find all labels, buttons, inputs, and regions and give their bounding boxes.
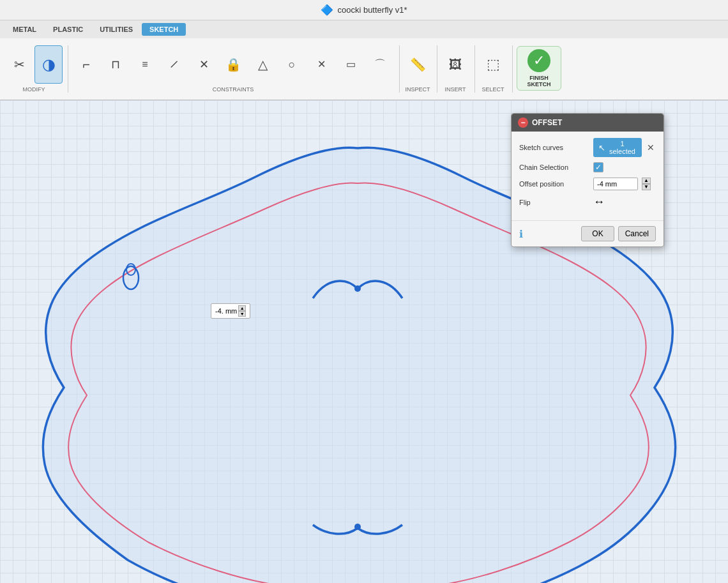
finish-sketch-button[interactable]: ✓ FINISH SKETCH bbox=[517, 46, 561, 91]
svg-point-1 bbox=[354, 524, 361, 530]
finish-sketch-label: FINISH SKETCH bbox=[517, 75, 561, 87]
constraints-label: CONSTRAINTS bbox=[213, 85, 254, 93]
selected-count: 1 selected bbox=[608, 140, 637, 155]
cross-icon: ✕ bbox=[317, 59, 326, 70]
dialog-minimize-button[interactable]: − bbox=[518, 117, 528, 128]
select-label: SELECT bbox=[482, 85, 504, 93]
triangle-icon: △ bbox=[258, 58, 268, 71]
coincident-icon: ✕ bbox=[199, 59, 209, 70]
footer-buttons: OK Cancel bbox=[581, 226, 656, 241]
offset-dialog: − OFFSET Sketch curves ↖ 1 selected ✕ Ch… bbox=[511, 113, 664, 247]
toolbar: METAL PLASTIC UTILITIES SKETCH ✂ ◑ MODIF… bbox=[0, 20, 728, 100]
collinear-icon: / bbox=[170, 59, 178, 70]
ok-button[interactable]: OK bbox=[581, 226, 614, 241]
image-icon: 🖼 bbox=[449, 58, 462, 71]
title-bar: 🔷 coocki butterfly v1* bbox=[0, 0, 728, 20]
perpendicular-tool[interactable]: ⌐ bbox=[72, 45, 100, 84]
chain-selection-row: Chain Selection ✓ bbox=[519, 162, 656, 172]
circle-icon: ○ bbox=[289, 59, 296, 70]
offset-position-input[interactable]: -4 mm bbox=[593, 178, 638, 190]
curve-icon: ⌒ bbox=[374, 59, 386, 70]
equal-icon: ≡ bbox=[142, 59, 148, 70]
dialog-body: Sketch curves ↖ 1 selected ✕ Chain Selec… bbox=[512, 132, 664, 220]
measure-icon: 📏 bbox=[410, 58, 426, 71]
tab-sketch[interactable]: SKETCH bbox=[142, 23, 186, 36]
select-icon: ⬚ bbox=[487, 57, 500, 72]
dimension-value: -4. mm bbox=[215, 307, 237, 315]
dialog-footer: ℹ OK Cancel bbox=[512, 220, 664, 246]
dimension-spinner[interactable]: ▲ ▼ bbox=[238, 305, 246, 317]
modify-label: MODIFY bbox=[23, 85, 45, 93]
clear-selection-button[interactable]: ✕ bbox=[646, 142, 656, 153]
chain-selection-label: Chain Selection bbox=[519, 163, 589, 171]
flip-row: Flip ↔ bbox=[519, 195, 656, 209]
sketch-curves-label: Sketch curves bbox=[519, 144, 589, 151]
info-icon: ℹ bbox=[519, 228, 523, 240]
select-tool[interactable]: ⬚ bbox=[479, 45, 507, 84]
select-group: ⬚ SELECT bbox=[479, 45, 513, 93]
cross-tool[interactable]: ✕ bbox=[307, 45, 335, 84]
modify-group: ✂ ◑ MODIFY bbox=[5, 45, 68, 93]
line-tool[interactable]: ⊓ bbox=[102, 45, 130, 84]
offset-spin-down[interactable]: ▼ bbox=[642, 184, 651, 190]
measure-tool[interactable]: 📏 bbox=[404, 45, 432, 84]
scissors-icon: ✂ bbox=[14, 58, 25, 71]
curve-tool[interactable]: ⌒ bbox=[366, 45, 394, 84]
rect-icon: ▭ bbox=[346, 59, 356, 70]
insert-group: 🖼 INSERT bbox=[441, 45, 475, 93]
canvas-area[interactable]: -4. mm ▲ ▼ − OFFSET Sketch curves ↖ 1 se… bbox=[0, 100, 728, 583]
offset-position-row: Offset position -4 mm ▲ ▼ bbox=[519, 178, 656, 190]
dialog-header: − OFFSET bbox=[512, 114, 664, 132]
svg-point-0 bbox=[354, 285, 361, 292]
cancel-button[interactable]: Cancel bbox=[618, 226, 656, 241]
finish-sketch-group: ✓ FINISH SKETCH bbox=[517, 46, 566, 92]
inspect-label: INSPECT bbox=[405, 85, 430, 93]
scissors-tool[interactable]: ✂ bbox=[5, 45, 33, 84]
dim-spin-down[interactable]: ▼ bbox=[238, 311, 246, 317]
flip-icon[interactable]: ↔ bbox=[593, 195, 605, 209]
window-title: coocki butterfly v1* bbox=[337, 5, 407, 15]
flip-label: Flip bbox=[519, 199, 589, 206]
tab-metal[interactable]: METAL bbox=[5, 23, 44, 36]
sketch-curves-row: Sketch curves ↖ 1 selected ✕ bbox=[519, 138, 656, 157]
dim-spin-up[interactable]: ▲ bbox=[238, 305, 246, 311]
coincident-tool[interactable]: ✕ bbox=[190, 45, 218, 84]
check-icon: ✓ bbox=[527, 49, 550, 72]
line-icon: ⊓ bbox=[111, 59, 120, 70]
circle-tool[interactable]: ○ bbox=[278, 45, 306, 84]
image-insert-tool[interactable]: 🖼 bbox=[441, 45, 469, 84]
menu-tabs: METAL PLASTIC UTILITIES SKETCH bbox=[0, 20, 728, 38]
offset-position-label: Offset position bbox=[519, 180, 589, 188]
rect-tool[interactable]: ▭ bbox=[337, 45, 365, 84]
insert-label: INSERT bbox=[445, 85, 466, 93]
inspect-group: 📏 INSPECT bbox=[404, 45, 437, 93]
equal-tool[interactable]: ≡ bbox=[131, 45, 159, 84]
sketch-curves-selector[interactable]: ↖ 1 selected bbox=[593, 138, 642, 157]
tab-plastic[interactable]: PLASTIC bbox=[45, 23, 91, 36]
offset-curve-tool[interactable]: ◑ bbox=[34, 45, 63, 84]
collinear-tool[interactable]: / bbox=[160, 45, 188, 84]
constraints-group: ⌐ ⊓ ≡ / ✕ 🔒 △ bbox=[72, 45, 400, 93]
dialog-title: OFFSET bbox=[532, 118, 562, 127]
offset-spin-up[interactable]: ▲ bbox=[642, 178, 651, 184]
app-icon: 🔷 bbox=[321, 4, 333, 16]
triangle-tool[interactable]: △ bbox=[248, 45, 277, 84]
lock-tool[interactable]: 🔒 bbox=[219, 45, 247, 84]
lock-icon: 🔒 bbox=[225, 58, 241, 71]
offset-curve-icon: ◑ bbox=[42, 57, 56, 72]
dimension-label[interactable]: -4. mm ▲ ▼ bbox=[211, 303, 250, 319]
tab-utilities[interactable]: UTILITIES bbox=[92, 23, 140, 36]
tool-row: ✂ ◑ MODIFY ⌐ ⊓ ≡ / bbox=[0, 38, 728, 100]
perpendicular-icon: ⌐ bbox=[82, 58, 90, 71]
cursor-icon: ↖ bbox=[598, 143, 605, 153]
chain-selection-checkbox[interactable]: ✓ bbox=[593, 162, 603, 172]
offset-spinner[interactable]: ▲ ▼ bbox=[642, 178, 651, 190]
